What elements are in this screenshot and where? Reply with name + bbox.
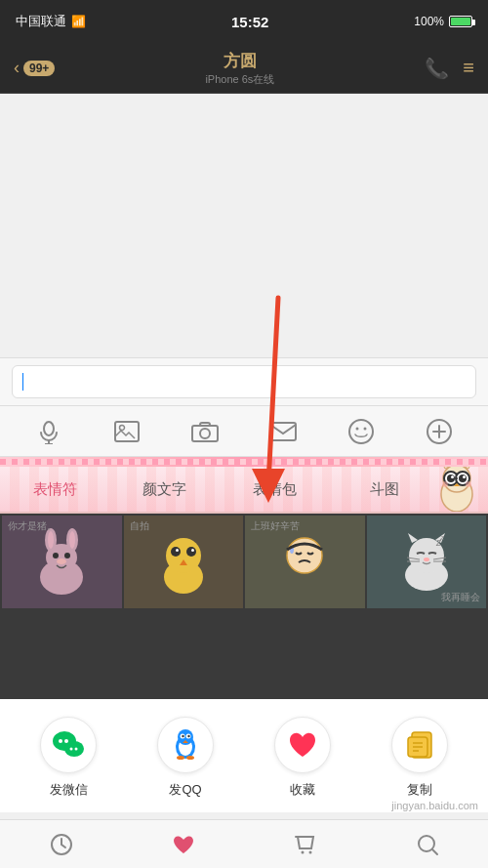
svg-point-35 [53,553,59,558]
svg-point-73 [187,735,189,737]
toolbar [0,406,488,457]
svg-point-8 [349,420,373,443]
svg-point-33 [48,531,54,549]
svg-point-62 [59,739,62,743]
svg-point-41 [186,547,196,557]
tab-doutu[interactable]: 斗图 [330,480,489,499]
nav-title: 方圆 iPhone 6s在线 [205,50,274,87]
svg-point-42 [176,549,179,552]
svg-point-4 [120,425,125,430]
tab-biaoqingbao[interactable]: 表情包 [220,480,330,499]
unread-badge: 99+ [23,61,55,76]
tab-yanwenzi[interactable]: 颜文字 [110,480,221,499]
nav-bar: ‹ 99+ 方圆 iPhone 6s在线 📞 ≡ [0,43,488,94]
qq-label: 发QQ [169,781,201,799]
sticker-item[interactable]: 我再睡会 z z [367,516,487,608]
favorite-label: 收藏 [290,781,315,799]
emoji-tab-bar: 表情符 颜文字 表情包 斗图 [0,467,488,514]
svg-point-75 [177,756,184,760]
svg-point-54 [424,558,429,561]
battery-label: 100% [414,15,444,28]
share-row: 发微信 发QQ [0,717,488,799]
share-panel: 发微信 发QQ [0,699,488,812]
svg-point-76 [186,756,194,760]
back-chevron-icon: ‹ [14,58,20,78]
tab-biaoqingfu[interactable]: 表情符 [0,480,110,499]
voice-button[interactable] [27,410,70,453]
svg-rect-3 [115,422,139,441]
svg-point-6 [200,429,210,438]
svg-point-23 [451,475,454,478]
tab-search[interactable] [403,820,452,869]
sticker-item[interactable]: 上班好辛苦 [245,516,365,608]
camera-button[interactable] [183,410,226,453]
back-button[interactable]: ‹ 99+ [14,58,55,78]
qq-icon [157,717,214,773]
sticker-caption: 我再睡会 [441,591,480,604]
svg-point-64 [64,741,84,757]
menu-icon[interactable]: ≡ [463,57,474,79]
svg-point-9 [356,427,359,430]
status-bar: 中国联通 📶 15:52 100% [0,0,488,43]
sticker-caption: 上班好辛苦 [251,519,300,533]
share-copy[interactable]: 复制 [391,717,448,799]
bottom-tab-bar [0,819,488,868]
svg-rect-7 [270,423,296,440]
image-button[interactable] [105,410,148,453]
call-icon[interactable]: 📞 [425,57,449,80]
svg-point-0 [44,422,54,435]
watermark: jingyan.baidu.com [391,800,478,811]
favorite-icon [274,717,331,773]
status-right: 100% [414,15,472,28]
svg-point-66 [75,748,78,751]
envelope-button[interactable] [262,410,305,453]
chat-area [0,94,488,357]
emoji-button[interactable] [340,410,383,453]
tab-recent[interactable] [37,820,86,869]
sticker-grid: 你才是猪。 自拍 上班好辛苦 [0,514,488,699]
svg-point-40 [171,547,181,557]
tab-shop[interactable] [281,820,330,869]
svg-point-36 [64,553,70,558]
message-input[interactable] [12,365,476,398]
text-cursor [22,373,23,391]
contact-name: 方圆 [205,50,274,72]
sticker-caption: 你才是猪。 [8,519,57,533]
svg-point-72 [182,735,183,737]
svg-point-83 [301,850,304,853]
tab-favorites[interactable] [159,820,208,869]
time-label: 15:52 [231,14,268,30]
sticker-item[interactable]: 你才是猪。 [2,516,122,608]
svg-point-84 [308,850,311,853]
svg-point-39 [166,538,201,573]
plus-button[interactable] [418,410,461,453]
svg-point-37 [57,558,66,564]
wechat-label: 发微信 [50,781,88,799]
share-qq[interactable]: 发QQ [157,717,214,799]
svg-point-34 [69,531,75,549]
svg-point-65 [70,748,73,751]
svg-line-86 [432,849,437,854]
status-left: 中国联通 📶 [16,13,86,30]
svg-point-24 [463,475,466,478]
contact-status: iPhone 6s在线 [205,72,274,87]
copy-icon [391,717,448,773]
share-favorite[interactable]: 收藏 [274,717,331,799]
sticker-caption: 自拍 [130,519,149,533]
nav-actions: 📞 ≡ [425,57,474,80]
heart-pattern [0,459,488,465]
decorative-border [0,457,488,467]
svg-point-10 [364,427,367,430]
copy-label: 复制 [407,781,432,799]
wechat-icon [40,717,97,773]
sticker-item[interactable]: 自拍 [124,516,244,608]
input-bar [0,357,488,406]
svg-point-63 [64,739,68,743]
wifi-icon: 📶 [71,15,86,28]
share-wechat[interactable]: 发微信 [40,717,97,799]
carrier-label: 中国联通 [16,13,66,30]
battery-fill [451,18,470,25]
svg-point-43 [191,549,194,552]
battery-icon [449,16,472,27]
